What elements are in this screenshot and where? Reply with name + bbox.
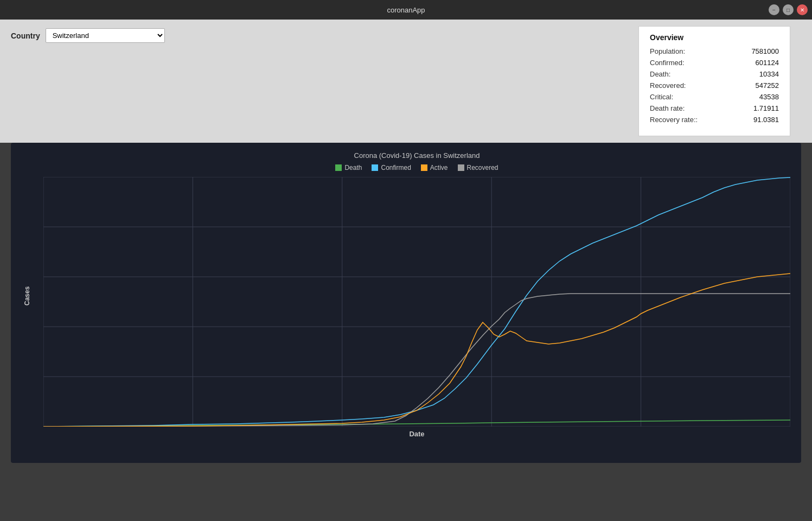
overview-val-deathrate: 1.71911 [753,104,779,112]
overview-key-death: Death: [650,70,670,78]
svg-rect-1 [372,164,378,171]
overview-key-deathrate: Death rate: [650,104,685,112]
chart-svg: 601124 450843 300562 150281 0 25/02 04/0… [43,177,790,427]
overview-val-critical: 43538 [759,93,779,101]
overview-row-death: Death: 10334 [650,70,779,78]
legend-item-active: Active [421,164,448,171]
svg-rect-2 [421,164,427,171]
overview-val-confirmed: 601124 [756,59,779,67]
app-title: coronanApp [387,6,425,14]
overview-val-recoveryrate: 91.0381 [753,116,779,124]
overview-row-recovered: Recovered: 547252 [650,81,779,90]
legend-item-confirmed: Confirmed [372,164,411,171]
country-section: Country Switzerland Germany France USA I… [11,28,165,43]
svg-rect-0 [335,164,342,171]
legend-label-active: Active [430,164,448,171]
overview-val-population: 7581000 [751,47,779,55]
confirmed-line [43,177,790,427]
active-legend-icon [421,164,427,171]
overview-key-recovered: Recovered: [650,81,686,90]
title-bar: coronanApp − □ ✕ [0,0,812,20]
overview-row-confirmed: Confirmed: 601124 [650,59,779,67]
overview-key-population: Population: [650,47,685,55]
country-label: Country [11,31,40,40]
svg-rect-3 [458,164,464,171]
overview-row-population: Population: 7581000 [650,47,779,55]
overview-val-recovered: 547252 [756,81,779,90]
overview-title: Overview [650,33,779,42]
window-controls: − □ ✕ [769,4,808,15]
chart-title: Corona (Covid-19) Cases in Switzerland [43,151,790,160]
recovered-line [43,294,790,427]
death-legend-icon [335,164,342,171]
chart-area: Cases 601124 450843 300562 150281 0 25/0… [43,177,790,427]
top-area: Country Switzerland Germany France USA I… [0,20,812,143]
recovered-legend-icon [458,164,464,171]
overview-key-confirmed: Confirmed: [650,59,685,67]
country-select[interactable]: Switzerland Germany France USA Italy [46,28,165,43]
legend-item-death: Death [335,164,362,171]
overview-panel: Overview Population: 7581000 Confirmed: … [638,26,790,136]
overview-row-critical: Critical: 43538 [650,93,779,101]
maximize-button[interactable]: □ [783,4,794,15]
overview-val-death: 10334 [759,70,779,78]
legend-label-death: Death [344,164,362,171]
close-button[interactable]: ✕ [797,4,808,15]
chart-container: Corona (Covid-19) Cases in Switzerland D… [11,143,801,463]
overview-key-recoveryrate: Recovery rate:: [650,116,698,124]
overview-key-critical: Critical: [650,93,673,101]
chart-legend: Death Confirmed Active Recovered [43,164,790,171]
confirmed-legend-icon [372,164,378,171]
active-line [43,274,790,427]
overview-row-deathrate: Death rate: 1.71911 [650,104,779,112]
x-axis-label: Date [43,430,790,438]
overview-row-recoveryrate: Recovery rate:: 91.0381 [650,116,779,124]
minimize-button[interactable]: − [769,4,779,15]
legend-item-recovered: Recovered [458,164,498,171]
legend-label-recovered: Recovered [467,164,498,171]
y-axis-label: Cases [23,287,31,306]
legend-label-confirmed: Confirmed [381,164,411,171]
